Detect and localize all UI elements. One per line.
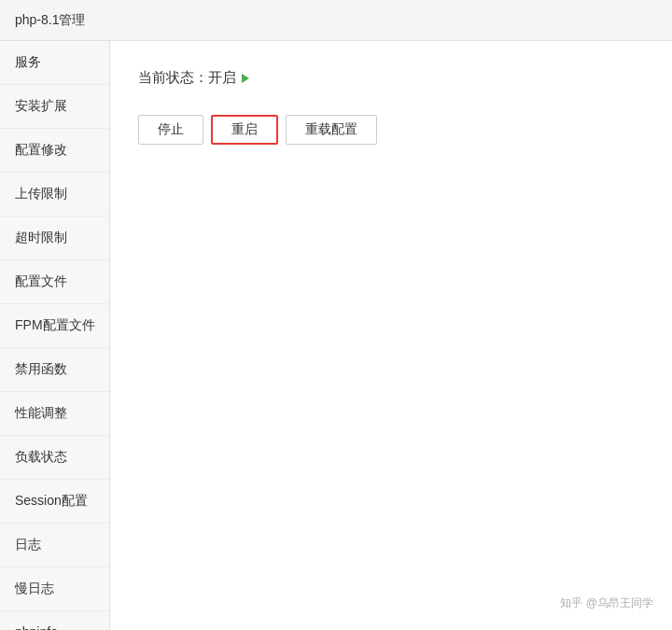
status-indicator-icon	[242, 74, 249, 83]
stop-button[interactable]: 停止	[138, 115, 203, 145]
sidebar: 服务 安装扩展 配置修改 上传限制 超时限制 配置文件 FPM配置文件 禁用函数…	[0, 41, 110, 630]
sidebar-item-install-ext[interactable]: 安装扩展	[0, 85, 109, 129]
main-layout: 服务 安装扩展 配置修改 上传限制 超时限制 配置文件 FPM配置文件 禁用函数…	[0, 41, 672, 630]
sidebar-item-perf-tuning[interactable]: 性能调整	[0, 392, 109, 436]
header: php-8.1管理	[0, 0, 672, 41]
sidebar-item-disable-func[interactable]: 禁用函数	[0, 348, 109, 392]
sidebar-item-config-modify[interactable]: 配置修改	[0, 129, 109, 173]
sidebar-item-load-status[interactable]: 负载状态	[0, 436, 109, 480]
sidebar-item-config-file[interactable]: 配置文件	[0, 260, 109, 304]
sidebar-item-service[interactable]: 服务	[0, 41, 109, 85]
content-area: 当前状态： 开启 停止 重启 重载配置 知乎 @乌昂王同学	[110, 41, 672, 630]
sidebar-item-timeout-limit[interactable]: 超时限制	[0, 217, 109, 260]
status-label: 当前状态：	[138, 69, 208, 87]
watermark: 知乎 @乌昂王同学	[560, 595, 653, 611]
status-value: 开启	[208, 69, 236, 87]
sidebar-item-session-config[interactable]: Session配置	[0, 480, 109, 524]
reload-button[interactable]: 重载配置	[286, 115, 377, 145]
status-row: 当前状态： 开启	[138, 69, 644, 87]
sidebar-item-fpm-config[interactable]: FPM配置文件	[0, 304, 109, 348]
sidebar-item-log[interactable]: 日志	[0, 524, 109, 567]
sidebar-item-upload-limit[interactable]: 上传限制	[0, 173, 109, 217]
sidebar-item-slow-log[interactable]: 慢日志	[0, 567, 109, 611]
header-title: php-8.1管理	[15, 12, 85, 29]
restart-button[interactable]: 重启	[211, 115, 278, 145]
sidebar-item-phpinfo[interactable]: phpinfo	[0, 611, 109, 630]
actions-row: 停止 重启 重载配置	[138, 115, 644, 145]
